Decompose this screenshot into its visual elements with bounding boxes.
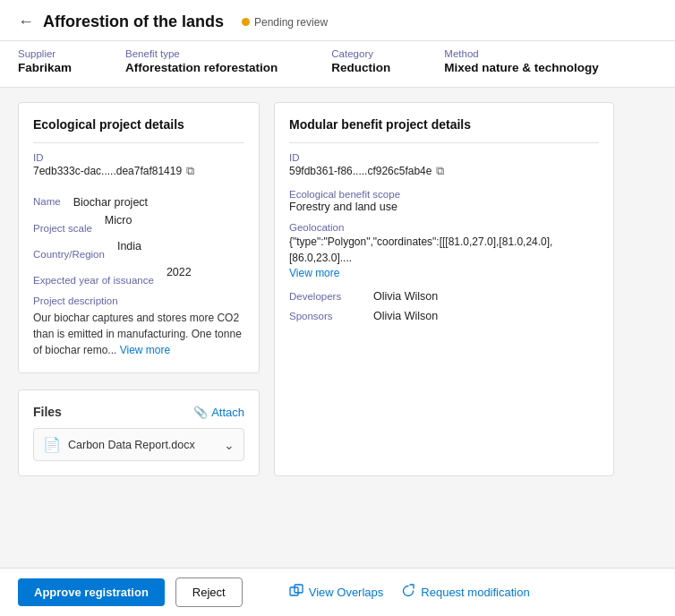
status-text: Pending review xyxy=(254,16,328,29)
mod-id-row: 59fdb361-f86.....cf926c5fab4e ⧉ xyxy=(289,164,599,178)
method-value: Mixed nature & technology xyxy=(444,61,599,74)
eco-scale-label: Project scale xyxy=(33,223,92,234)
view-overlaps-label: View Overlaps xyxy=(309,586,384,599)
mod-sponsors-value: Olivia Wilson xyxy=(373,310,438,322)
modular-card-title: Modular benefit project details xyxy=(289,117,599,132)
eco-issuance-value: 2022 xyxy=(167,266,192,287)
ecological-card-title: Ecological project details xyxy=(33,117,244,132)
benefit-type-label: Benefit type xyxy=(125,48,278,59)
request-mod-icon xyxy=(401,584,415,601)
mod-id-value: 59fdb361-f86.....cf926c5fab4e xyxy=(289,165,431,177)
method-label: Method xyxy=(444,48,599,59)
meta-method: Method Mixed nature & technology xyxy=(444,48,599,74)
mod-developers-label: Developers xyxy=(289,291,361,302)
reject-button[interactable]: Reject xyxy=(175,578,243,607)
category-value: Reduction xyxy=(331,61,390,74)
files-section: Files 📎 Attach 📄 Carbon Data Report.docx… xyxy=(18,389,260,476)
main-content: Ecological project details ID 7edb333c-d… xyxy=(0,88,675,491)
eco-id-row: 7edb333c-dac.....dea7faf81419 ⧉ xyxy=(33,164,244,178)
eco-name-value: Biochar project xyxy=(73,196,148,209)
eco-scale-value: Micro xyxy=(105,214,132,235)
mod-copy-icon[interactable]: ⧉ xyxy=(436,164,444,178)
mod-geo-label: Geolocation xyxy=(289,222,599,233)
benefit-type-value: Afforestation reforestation xyxy=(125,61,278,74)
mod-eco-scope-value: Forestry and land use xyxy=(289,201,599,213)
mod-id-label: ID xyxy=(289,152,599,163)
file-name: Carbon Data Report.docx xyxy=(68,439,195,451)
eco-copy-icon[interactable]: ⧉ xyxy=(186,164,194,178)
mod-geo-value: {"type":"Polygon","coordinates":[[[81.0,… xyxy=(289,234,599,266)
eco-id-label: ID xyxy=(33,152,244,163)
page-title: Afforestion of the lands xyxy=(43,13,224,31)
eco-country-label: Country/Region xyxy=(33,249,105,260)
request-mod-label: Request modification xyxy=(421,586,529,599)
modular-card: Modular benefit project details ID 59fdb… xyxy=(274,102,614,476)
file-left: 📄 Carbon Data Report.docx xyxy=(43,436,195,453)
chevron-down-icon[interactable]: ⌄ xyxy=(224,438,235,452)
overlaps-icon xyxy=(289,584,303,601)
status-badge: Pending review xyxy=(242,16,328,29)
footer-bar: Approve registration Reject View Overlap… xyxy=(0,568,675,616)
eco-issuance-label: Expected year of issuance xyxy=(33,275,154,286)
file-type-icon: 📄 xyxy=(43,436,61,453)
supplier-value: Fabrikam xyxy=(18,61,72,74)
mod-sponsors-label: Sponsors xyxy=(289,311,361,321)
page-header: ← Afforestion of the lands Pending revie… xyxy=(0,0,675,41)
mod-developers-value: Olivia Wilson xyxy=(373,290,438,303)
eco-view-more[interactable]: View more xyxy=(120,344,170,356)
back-icon: ← xyxy=(18,13,34,31)
eco-desc-label: Project description xyxy=(33,295,244,306)
meta-bar: Supplier Fabrikam Benefit type Afforesta… xyxy=(0,41,675,88)
files-title: Files xyxy=(33,405,62,419)
paperclip-icon: 📎 xyxy=(193,406,208,419)
status-dot xyxy=(242,18,250,26)
view-overlaps-button[interactable]: View Overlaps xyxy=(289,584,384,601)
attach-label: Attach xyxy=(211,406,244,419)
ecological-card: Ecological project details ID 7edb333c-d… xyxy=(18,102,260,373)
files-header: Files 📎 Attach xyxy=(33,405,244,419)
approve-button[interactable]: Approve registration xyxy=(18,578,165,606)
eco-desc-text: Our biochar captures and stores more CO2… xyxy=(33,310,244,358)
mod-geo-view-more[interactable]: View more xyxy=(289,267,339,279)
attach-button[interactable]: 📎 Attach xyxy=(193,406,244,419)
category-label: Category xyxy=(331,48,390,59)
request-mod-button[interactable]: Request modification xyxy=(401,584,529,601)
meta-supplier: Supplier Fabrikam xyxy=(18,48,72,74)
file-item[interactable]: 📄 Carbon Data Report.docx ⌄ xyxy=(33,428,244,461)
back-button[interactable]: ← xyxy=(18,13,34,31)
footer-actions-right: View Overlaps Request modification xyxy=(289,584,530,601)
eco-id-value: 7edb333c-dac.....dea7faf81419 xyxy=(33,165,182,177)
meta-category: Category Reduction xyxy=(331,48,390,74)
supplier-label: Supplier xyxy=(18,48,72,59)
eco-country-value: India xyxy=(117,240,141,261)
mod-eco-scope-label: Ecological benefit scope xyxy=(289,189,599,200)
meta-benefit-type: Benefit type Afforestation reforestation xyxy=(125,48,278,74)
eco-name-label: Name xyxy=(33,196,61,207)
